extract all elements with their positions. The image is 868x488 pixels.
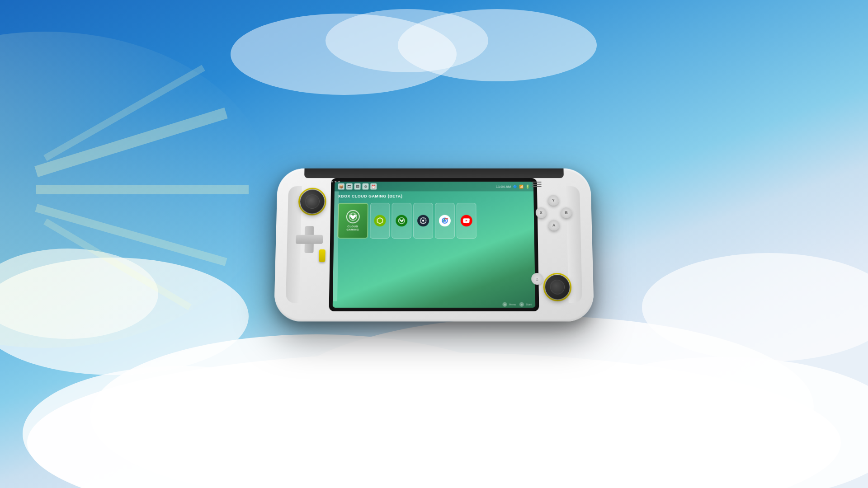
dot-2 [335, 181, 336, 183]
app-chrome[interactable] [435, 203, 455, 239]
menu-line-2 [532, 184, 542, 185]
app-youtube[interactable] [457, 203, 476, 239]
face-buttons: Y X B A [535, 195, 572, 230]
menu-button[interactable] [532, 181, 542, 188]
chrome-icon [439, 215, 451, 227]
xbox-icon [396, 215, 407, 227]
app-steam[interactable] [413, 203, 433, 239]
bluetooth-icon: 🔷 [513, 184, 517, 188]
apps-row: CLOUD GAMING [337, 203, 531, 239]
dpad[interactable] [296, 226, 323, 253]
screen-topbar: 📦 🗔 🖼 ⚙ ⏰ 11:04 AM 🔷 📶 🔋 [335, 182, 533, 192]
xbox-logo-svg [349, 212, 358, 221]
title-underline [338, 200, 352, 200]
xbox-icon-circle [346, 210, 360, 224]
app-icon-4: ⚙ [362, 183, 368, 190]
yellow-button[interactable] [319, 249, 326, 262]
app-icon-1: 📦 [338, 183, 344, 190]
screen-bezel: 📦 🗔 🖼 ⚙ ⏰ 11:04 AM 🔷 📶 🔋 [329, 178, 539, 311]
topbar-icons: 📦 🗔 🖼 ⚙ ⏰ [338, 183, 377, 190]
screen-bottom-hints: ● Menu ● Start [333, 301, 536, 308]
screen: 📦 🗔 🖼 ⚙ ⏰ 11:04 AM 🔷 📶 🔋 [333, 182, 536, 308]
hint-start: ● Start [519, 302, 532, 307]
start-hint-label: Start [526, 303, 532, 306]
app-icon-2: 🗔 [346, 183, 353, 190]
a-button[interactable]: A [548, 220, 559, 230]
app-nvidia[interactable] [370, 203, 390, 239]
svg-point-10 [398, 9, 597, 81]
y-button[interactable]: Y [548, 195, 559, 206]
joystick-right[interactable] [545, 275, 570, 300]
dot-3 [338, 181, 340, 183]
featured-app-xbox-cloud[interactable]: CLOUD GAMING [337, 203, 368, 239]
topbar-right: 11:04 AM 🔷 📶 🔋 [496, 184, 530, 188]
youtube-icon [461, 215, 472, 227]
clock: 11:04 AM [496, 184, 511, 188]
menu-line-3 [532, 186, 542, 187]
screen-ui: 📦 🗔 🖼 ⚙ ⏰ 11:04 AM 🔷 📶 🔋 [333, 182, 536, 308]
nvidia-icon [374, 215, 386, 227]
x-button[interactable]: X [536, 207, 547, 218]
gaming-device: 📦 🗔 🖼 ⚙ ⏰ 11:04 AM 🔷 📶 🔋 [274, 169, 594, 322]
hint-menu: ● Menu [503, 302, 516, 307]
app-icon-3: 🖼 [354, 183, 361, 190]
app-xbox[interactable] [392, 203, 411, 239]
home-button[interactable]: ⌂ [531, 273, 543, 285]
b-button[interactable]: B [561, 207, 571, 218]
featured-app-label: CLOUD GAMING [347, 225, 359, 231]
steam-icon [417, 215, 429, 227]
screen-content: XBOX CLOUD GAMING (BETA) [333, 191, 535, 301]
device-body: 📦 🗔 🖼 ⚙ ⏰ 11:04 AM 🔷 📶 🔋 [274, 169, 594, 322]
app-icon-5: ⏰ [370, 183, 377, 190]
svg-point-23 [443, 220, 446, 222]
screen-title: XBOX CLOUD GAMING (BETA) [338, 194, 530, 198]
dpad-horizontal [296, 235, 323, 244]
device-top-bar [304, 169, 564, 178]
menu-hint-circle: ● [503, 302, 507, 307]
svg-point-20 [422, 220, 424, 221]
menu-hint-label: Menu [509, 303, 516, 306]
dot-1 [331, 181, 333, 183]
battery-icon: 🔋 [525, 184, 530, 188]
start-hint-circle: ● [519, 302, 524, 307]
wifi-icon: 📶 [519, 184, 524, 188]
small-button-group-left [331, 181, 340, 183]
menu-line-1 [532, 182, 542, 183]
